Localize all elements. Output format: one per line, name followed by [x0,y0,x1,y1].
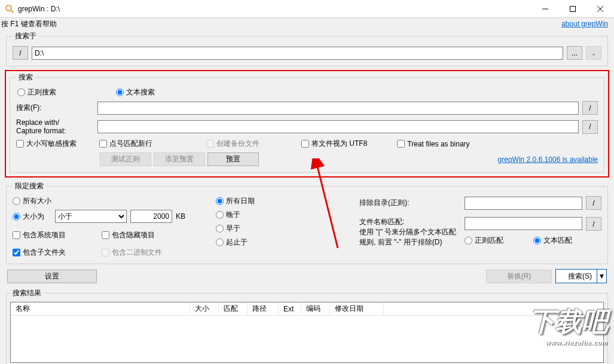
size-operator-select[interactable]: 小于 [55,210,127,223]
search-for-input[interactable] [97,102,579,115]
case-sensitive-check[interactable]: 大小写敏感搜索 [16,139,77,149]
col-size[interactable]: 大小 [190,302,219,315]
presets-button[interactable]: 预置 [207,152,259,166]
svg-rect-3 [570,6,576,11]
maximize-button[interactable] [559,0,586,17]
settings-button[interactable]: 设置 [7,270,97,283]
svg-point-0 [6,5,11,11]
date-all-radio[interactable]: 所有日期 [216,196,306,206]
replace-with-label: Replace with/Capture format: [16,118,94,135]
exclude-dirs-input[interactable] [465,197,582,210]
create-backup-check: 创建备份文件 [206,139,259,149]
include-binary-check: 包含二进制文件 [102,247,162,258]
replace-with-input[interactable] [97,120,579,133]
results-header: 名称 大小 匹配 路径 Ext 编码 修改日期 [11,302,603,316]
replace-button[interactable]: 替换(R) [486,270,552,283]
search-for-label: 搜索(F): [16,103,94,113]
col-matches[interactable]: 匹配 [219,302,248,315]
search-legend: 搜索 [16,72,35,82]
limit-search-legend: 限定搜索 [13,181,46,191]
search-newline-button[interactable]: / [582,101,598,115]
include-hidden-check[interactable]: 包含隐藏项目 [102,230,155,240]
date-newer-radio[interactable]: 晚于 [216,210,306,220]
col-ext[interactable]: Ext [279,302,301,315]
treat-utf8-check[interactable]: 将文件视为 UTF8 [301,139,367,149]
size-unit-label: KB [176,212,185,221]
search-button[interactable]: 搜索(S) ▼ [555,269,607,283]
search-path-input[interactable] [32,47,563,60]
date-older-radio[interactable]: 早于 [216,224,306,234]
path-newline-button[interactable]: / [13,46,28,60]
test-regex-button[interactable]: 测试正则 [100,152,151,166]
search-split-dropdown[interactable]: ▼ [597,270,606,283]
search-in-group: 搜索于 / ... ⌄ [6,31,608,66]
date-between-radio[interactable]: 起止于 [216,237,306,247]
col-name[interactable]: 名称 [11,302,190,315]
size-all-radio[interactable]: 所有大小 [13,196,204,206]
size-value-input[interactable] [130,210,172,223]
window-buttons [531,0,614,17]
search-in-legend: 搜索于 [13,31,39,41]
dot-newline-check[interactable]: 点号匹配新行 [99,139,152,149]
search-highlight-box: 搜索 正则搜索 文本搜索 搜索(F): / Replace with/Captu… [5,70,609,178]
treat-binary-check[interactable]: Treat files as binary [397,140,469,148]
limit-search-group: 限定搜索 所有大小 大小为 小于 KB 包含系统项目 包含隐藏项目 包含子文件夹… [6,181,608,264]
exclude-newline-button[interactable]: / [586,196,601,210]
col-date[interactable]: 修改日期 [330,302,384,315]
filename-match-input[interactable] [465,217,582,230]
titlebar: grepWin : D:\ [0,0,614,18]
action-row: 设置 替换(R) 搜索(S) ▼ [0,268,614,287]
update-available-link[interactable]: grepWin 2.0.6.1006 is available [498,155,598,164]
search-group: 搜索 正则搜索 文本搜索 搜索(F): / Replace with/Captu… [10,72,604,173]
regex-mode-radio[interactable]: 正则搜索 [17,87,56,97]
replace-newline-button[interactable]: / [582,120,598,134]
about-link[interactable]: about grepWin [561,20,608,28]
minimize-button[interactable] [531,0,559,17]
filename-regex-radio[interactable]: 正则匹配 [465,235,503,246]
browse-button[interactable]: ... [567,46,582,60]
f1-help-text: 按 F1 键查看帮助 [1,19,57,29]
text-mode-radio[interactable]: 文本搜索 [116,87,155,97]
exclude-dirs-label: 排除目录(正则): [359,198,461,208]
results-legend: 搜索结果 [10,288,44,298]
app-icon [5,4,14,14]
svg-line-1 [11,10,13,13]
filename-newline-button[interactable]: / [586,217,601,231]
help-bar: 按 F1 键查看帮助 about grepWin [0,18,614,30]
size-is-radio[interactable]: 大小为 [13,212,44,222]
window-title: grepWin : D:\ [18,5,531,13]
results-group: 搜索结果 名称 大小 匹配 路径 Ext 编码 修改日期 [6,288,608,364]
close-button[interactable] [586,0,614,17]
results-table[interactable]: 名称 大小 匹配 路径 Ext 编码 修改日期 [10,302,604,363]
filename-text-radio[interactable]: 文本匹配 [533,235,572,246]
include-subdirs-check[interactable]: 包含子文件夹 [13,247,66,258]
col-encoding[interactable]: 编码 [301,302,330,315]
add-preset-button[interactable]: 添至预置 [154,152,205,166]
filename-match-label: 文件名称匹配: 使用 "|" 号来分隔多个文本匹配 规则, 前置 "-" 用于排… [359,217,461,247]
include-system-check[interactable]: 包含系统项目 [13,230,66,240]
col-path[interactable]: 路径 [248,302,279,315]
path-mru-button[interactable]: ⌄ [586,46,601,60]
